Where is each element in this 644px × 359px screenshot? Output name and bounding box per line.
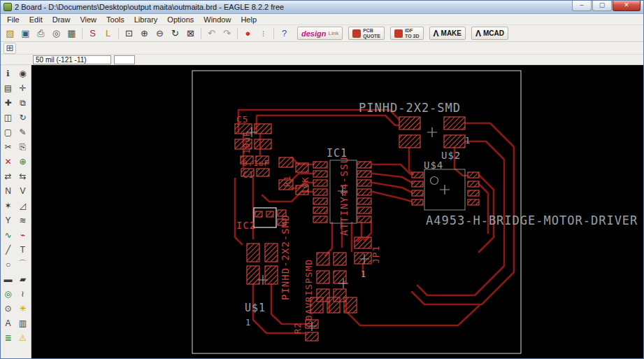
smd-pad[interactable]: [265, 244, 278, 262]
erc-tool[interactable]: ≣: [1, 330, 15, 345]
smd-pad[interactable]: [412, 172, 423, 178]
smd-pad[interactable]: [344, 297, 357, 313]
group-tool[interactable]: ▢: [1, 125, 15, 139]
mcad-button[interactable]: ΛMCAD: [471, 27, 508, 40]
hole-tool[interactable]: ⊙: [1, 301, 15, 316]
print-icon[interactable]: ⎙: [34, 27, 48, 41]
maximize-button[interactable]: ▢: [592, 1, 612, 11]
minimize-button[interactable]: –: [572, 1, 592, 11]
open-icon[interactable]: ▨: [3, 27, 17, 41]
copper-trace[interactable]: [235, 178, 242, 244]
pcb-label[interactable]: 0.1uF: [243, 159, 269, 168]
command-input[interactable]: [114, 55, 135, 64]
pinswap-tool[interactable]: ⇄: [1, 169, 15, 183]
smd-pad[interactable]: [444, 135, 465, 148]
cam-processor-icon[interactable]: ◎: [49, 27, 64, 41]
undo-icon[interactable]: ↶: [204, 27, 219, 41]
split-tool[interactable]: Y: [1, 213, 15, 227]
smd-pad[interactable]: [412, 181, 423, 187]
optimize-tool[interactable]: ≋: [15, 213, 30, 227]
save-icon[interactable]: ▣: [18, 27, 33, 41]
copper-trace[interactable]: [409, 148, 412, 174]
smd-pad[interactable]: [357, 162, 371, 168]
pcb-label[interactable]: IC2: [236, 220, 256, 231]
copy-tool[interactable]: ⧉: [15, 95, 30, 110]
pcb-label[interactable]: 10AVRISPSMD: [303, 259, 314, 327]
menu-file[interactable]: File: [2, 15, 24, 24]
smd-pad[interactable]: [257, 169, 269, 176]
smd-pad[interactable]: [313, 180, 327, 186]
smd-pad[interactable]: [327, 297, 340, 313]
delete-tool[interactable]: ✕: [1, 154, 15, 169]
circle-tool[interactable]: ○: [1, 257, 15, 272]
name-tool[interactable]: N: [1, 183, 15, 198]
ripup-tool[interactable]: ⌁: [15, 227, 30, 242]
pcb-label[interactable]: U$2: [441, 150, 461, 161]
smd-pad[interactable]: [317, 253, 329, 265]
origin-cross[interactable]: [427, 127, 437, 137]
smd-pad[interactable]: [266, 211, 273, 217]
menu-help[interactable]: Help: [236, 15, 262, 24]
help-icon[interactable]: ?: [277, 27, 292, 41]
display-tool[interactable]: ▤: [1, 80, 15, 95]
traffic-light-icon[interactable]: ⁝: [256, 27, 271, 41]
pcb-label[interactable]: ATTINY44-SSU: [338, 157, 350, 236]
pcb-label[interactable]: R1: [282, 176, 292, 187]
smd-pad[interactable]: [357, 198, 371, 204]
smd-pad[interactable]: [313, 198, 327, 204]
pcb-label[interactable]: U$1: [245, 302, 266, 314]
menu-library[interactable]: Library: [129, 15, 163, 24]
pcb-label[interactable]: 1: [361, 269, 366, 279]
smash-tool[interactable]: ✶: [1, 198, 15, 213]
add-tool[interactable]: ⊕: [15, 154, 30, 169]
smd-pad[interactable]: [247, 244, 259, 262]
route-tool[interactable]: ∿: [1, 227, 15, 242]
copper-trace[interactable]: [373, 192, 412, 202]
smd-pad[interactable]: [357, 171, 371, 177]
auto-tool[interactable]: A: [1, 316, 15, 330]
change-tool[interactable]: ✎: [15, 125, 30, 139]
signal-tool[interactable]: ≀: [15, 286, 30, 301]
miter-tool[interactable]: ◿: [15, 198, 30, 213]
pcb-label[interactable]: JP1: [371, 246, 381, 264]
text-tool[interactable]: T: [15, 242, 30, 257]
smd-pad[interactable]: [247, 266, 259, 284]
rotate-tool[interactable]: ↻: [15, 110, 30, 125]
schematic-icon[interactable]: S: [85, 27, 100, 41]
menu-view[interactable]: View: [75, 15, 101, 24]
smd-pad[interactable]: [265, 266, 278, 284]
copper-trace[interactable]: [257, 115, 399, 132]
smd-pad[interactable]: [313, 216, 327, 223]
make-button[interactable]: ΛMAKE: [429, 27, 466, 40]
smd-pad[interactable]: [255, 211, 262, 217]
smd-pad[interactable]: [255, 139, 271, 149]
smd-pad[interactable]: [412, 199, 423, 205]
stop-icon[interactable]: ●: [241, 27, 255, 41]
errors-tool[interactable]: ⚠: [15, 330, 30, 345]
smd-pad[interactable]: [399, 117, 420, 129]
menu-options[interactable]: Options: [162, 15, 199, 24]
show-tool[interactable]: ◉: [15, 66, 30, 80]
copper-trace[interactable]: [373, 183, 412, 192]
pcb-label[interactable]: 10K: [301, 176, 310, 194]
pcb-label[interactable]: 1: [465, 136, 471, 146]
smd-pad[interactable]: [313, 207, 327, 213]
pcb-label[interactable]: C1: [243, 170, 254, 180]
smd-pad[interactable]: [306, 332, 318, 341]
paste-tool[interactable]: ⎘: [15, 139, 30, 154]
mark-tool[interactable]: ✛: [15, 80, 30, 95]
smd-pad[interactable]: [279, 157, 293, 167]
menu-draw[interactable]: Draw: [48, 15, 76, 24]
move-tool[interactable]: ✚: [1, 95, 15, 110]
smd-pad[interactable]: [468, 172, 479, 178]
zoom-redraw-icon[interactable]: ↻: [168, 27, 183, 41]
smd-pad[interactable]: [334, 271, 346, 283]
smd-pad[interactable]: [468, 181, 479, 187]
idf-to-3d-button[interactable]: IDFTO 3D: [390, 27, 424, 40]
ratsnest-tool[interactable]: ✳: [15, 301, 30, 316]
smd-pad[interactable]: [296, 163, 308, 172]
value-tool[interactable]: V: [15, 183, 30, 198]
design-link-button[interactable]: designLink: [297, 27, 343, 40]
pcb-label[interactable]: PINHD-2X2-SMD: [280, 214, 291, 300]
pcb-label[interactable]: C5: [236, 114, 249, 125]
